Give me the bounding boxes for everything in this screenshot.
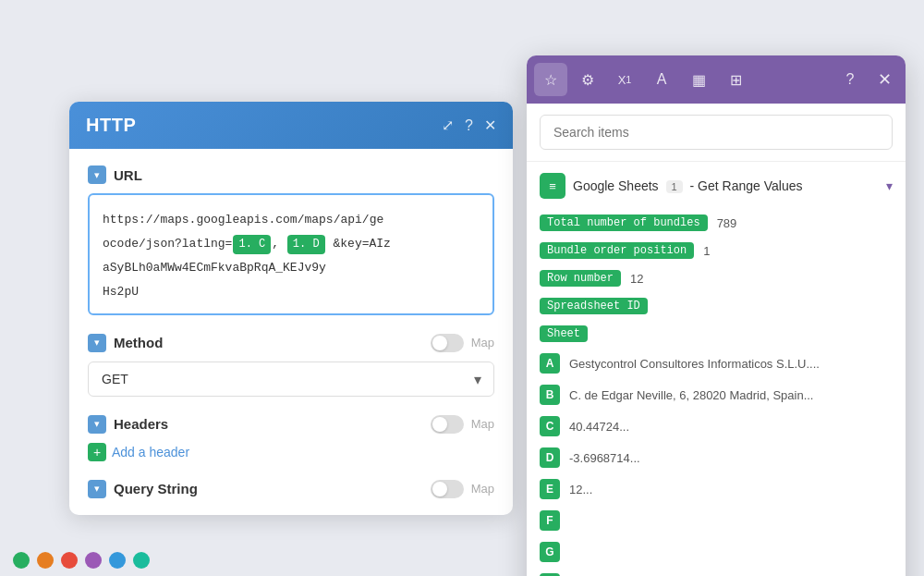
sheets-dropdown-icon[interactable]: ▾: [886, 178, 893, 193]
headers-section-header: ▾ Headers Map: [88, 415, 494, 434]
bundle-order-value: 1: [703, 244, 710, 258]
query-map-label: Map: [471, 482, 494, 496]
dot-purple: [85, 552, 102, 569]
sheet-badge: Sheet: [540, 325, 588, 342]
letter-c-badge: C: [540, 416, 560, 436]
dot-red: [61, 552, 78, 569]
bundle-order-badge: Bundle order position: [540, 242, 694, 259]
bottom-bar: [0, 545, 924, 576]
list-item[interactable]: E 12...: [540, 476, 893, 502]
http-body: ▾ URL https://maps.googleapis.com/maps/a…: [69, 149, 513, 515]
letter-c-value: 40.44724...: [569, 420, 629, 434]
letter-f-badge: F: [540, 510, 560, 531]
list-item[interactable]: Spreadsheet ID: [540, 295, 893, 317]
search-input[interactable]: [540, 115, 893, 150]
url-var-c[interactable]: 1. C: [233, 235, 271, 254]
method-map-label: Map: [471, 336, 494, 349]
query-string-label: Query String: [114, 481, 198, 496]
sheets-suffix: - Get Range Values: [690, 178, 803, 193]
query-map-toggle[interactable]: [431, 480, 464, 498]
method-section: ▾ Method Map GET POST PUT DELETE ▾: [88, 334, 494, 397]
add-header-icon: +: [88, 443, 106, 461]
panel-search: [527, 104, 906, 162]
letter-d-value: -3.6968714...: [569, 451, 640, 465]
table-toolbar-icon[interactable]: ⊞: [719, 63, 752, 96]
list-item[interactable]: B C. de Edgar Neville, 6, 28020 Madrid, …: [540, 382, 893, 408]
sheets-icon: ≡: [540, 173, 565, 199]
list-item[interactable]: F: [540, 508, 893, 533]
method-select[interactable]: GET POST PUT DELETE: [88, 362, 494, 397]
list-item[interactable]: C 40.44724...: [540, 413, 893, 439]
panel-content: ≡ Google Sheets 1 - Get Range Values ▾ T…: [527, 162, 906, 576]
headers-map-label: Map: [471, 417, 494, 431]
letter-d-badge: D: [540, 447, 560, 468]
add-header-label: Add a header: [112, 445, 189, 460]
close-toolbar-button[interactable]: ✕: [870, 66, 898, 93]
dot-blue: [109, 552, 126, 569]
row-number-value: 12: [630, 272, 643, 286]
star-toolbar-icon[interactable]: ☆: [534, 63, 567, 96]
http-module: HTTP ⤢ ? ✕ ▾ URL https://maps.googleapis…: [69, 102, 513, 515]
query-string-section: ▾ Query String Map: [88, 480, 494, 498]
list-item[interactable]: Bundle order position 1: [540, 239, 893, 262]
spreadsheet-id-badge: Spreadsheet ID: [540, 298, 648, 314]
letter-a-value: Gestycontrol Consultores Informaticos S.…: [569, 357, 820, 371]
headers-label: Headers: [114, 416, 168, 432]
panel-toolbar: ☆ ⚙ X1 A ▦ ⊞ ? ✕: [527, 55, 906, 104]
list-item[interactable]: Row number 12: [540, 267, 893, 289]
sheets-label: Google Sheets 1 - Get Range Values: [573, 178, 879, 193]
url-comma: ,: [272, 237, 286, 251]
list-item[interactable]: Total number of bundles 789: [540, 212, 893, 234]
list-item[interactable]: Sheet: [540, 323, 893, 345]
list-item[interactable]: A Gestycontrol Consultores Informaticos …: [540, 350, 893, 376]
url-var-d[interactable]: 1. D: [287, 235, 325, 254]
url-label: URL: [114, 167, 142, 183]
sheets-row[interactable]: ≡ Google Sheets 1 - Get Range Values ▾: [540, 173, 893, 199]
letter-e-value: 12...: [569, 483, 592, 496]
row-number-badge: Row number: [540, 270, 621, 287]
sheets-name: Google Sheets: [573, 178, 659, 193]
url-toggle[interactable]: ▾: [88, 165, 106, 184]
close-icon[interactable]: ✕: [484, 116, 496, 134]
right-panel: ☆ ⚙ X1 A ▦ ⊞ ? ✕ ≡ Google Sheets 1 - Get…: [527, 55, 906, 576]
method-select-wrapper: GET POST PUT DELETE ▾: [88, 362, 494, 397]
list-item[interactable]: D -3.6968714...: [540, 445, 893, 471]
method-map-toggle[interactable]: [431, 334, 464, 352]
add-header-button[interactable]: + Add a header: [88, 443, 494, 461]
url-section: ▾ URL https://maps.googleapis.com/maps/a…: [88, 165, 494, 315]
headers-section: ▾ Headers Map + Add a header: [88, 415, 494, 461]
calendar-toolbar-icon[interactable]: ▦: [682, 63, 715, 96]
dot-green: [13, 552, 30, 569]
headers-map-toggle[interactable]: [431, 415, 464, 434]
method-section-header: ▾ Method Map: [88, 334, 494, 352]
url-box[interactable]: https://maps.googleapis.com/maps/api/geo…: [88, 193, 494, 315]
gear-toolbar-icon[interactable]: ⚙: [571, 63, 604, 96]
sheets-badge: 1: [666, 180, 683, 193]
help-toolbar-icon[interactable]: ?: [833, 63, 867, 96]
query-toggle[interactable]: ▾: [88, 480, 106, 498]
http-title: HTTP: [86, 115, 136, 136]
letter-b-value: C. de Edgar Neville, 6, 28020 Madrid, Sp…: [569, 388, 813, 402]
dot-teal: [133, 552, 150, 569]
method-label: Method: [114, 335, 163, 350]
total-bundles-value: 789: [717, 216, 737, 230]
expand-icon[interactable]: ⤢: [442, 116, 454, 134]
letter-e-badge: E: [540, 479, 560, 499]
items-list: Total number of bundles 789 Bundle order…: [540, 212, 893, 576]
superscript-toolbar-icon[interactable]: X1: [608, 63, 641, 96]
method-toggle[interactable]: ▾: [88, 334, 106, 352]
help-icon[interactable]: ?: [465, 117, 473, 134]
letter-b-badge: B: [540, 385, 560, 405]
headers-toggle[interactable]: ▾: [88, 415, 106, 434]
total-bundles-badge: Total number of bundles: [540, 214, 708, 231]
font-toolbar-icon[interactable]: A: [645, 63, 678, 96]
url-section-header: ▾ URL: [88, 165, 494, 184]
background: HTTP ⤢ ? ✕ ▾ URL https://maps.googleapis…: [0, 0, 924, 576]
http-header-actions: ⤢ ? ✕: [442, 116, 496, 134]
letter-a-badge: A: [540, 353, 560, 374]
http-header: HTTP ⤢ ? ✕: [69, 102, 513, 149]
dot-orange: [37, 552, 54, 569]
